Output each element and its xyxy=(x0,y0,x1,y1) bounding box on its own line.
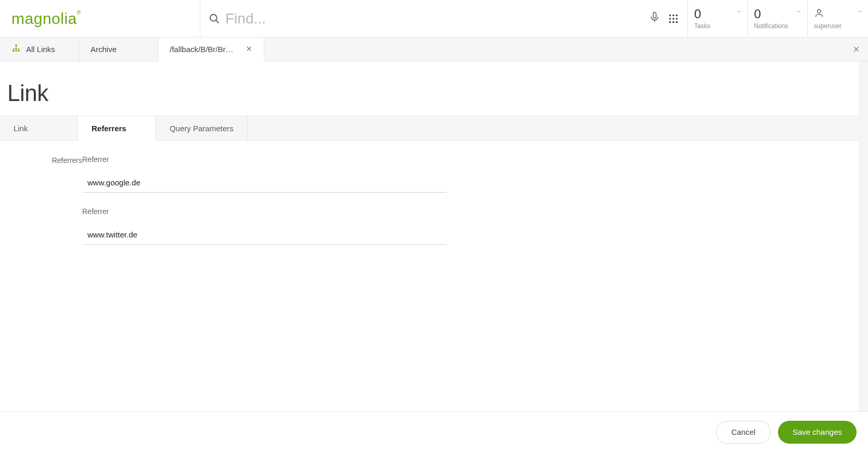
svg-rect-17 xyxy=(18,50,20,52)
referrer-label: Referrer xyxy=(82,155,446,164)
svg-point-9 xyxy=(676,18,678,20)
referrer-field-1: Referrer xyxy=(82,207,446,245)
editor-main: Link Link Referrers Query Parameters Ref… xyxy=(0,61,868,411)
notifications-dropdown[interactable]: 0 Notifications xyxy=(748,0,808,37)
chevron-down-icon xyxy=(796,7,802,17)
app-tabs: All Links Archive /fallback/B/Br/Brok… xyxy=(0,37,868,61)
svg-point-7 xyxy=(669,18,671,20)
referrers-group-label: Referrers xyxy=(45,155,82,259)
apps-grid-icon[interactable] xyxy=(668,13,679,24)
notifications-label: Notifications xyxy=(754,22,801,30)
topbar: magnolia® 0 Tasks 0 Notifi xyxy=(0,0,868,37)
page-title-wrap: Link xyxy=(0,61,859,116)
referrer-input[interactable] xyxy=(82,174,446,193)
svg-point-13 xyxy=(818,9,821,13)
chevron-down-icon xyxy=(857,7,863,17)
user-icon xyxy=(814,8,862,20)
close-icon[interactable] xyxy=(246,45,252,54)
referrers-group: Referrers Referrer Referrer xyxy=(82,155,848,259)
referrer-input[interactable] xyxy=(82,226,446,245)
svg-point-10 xyxy=(669,21,671,23)
tab-spacer xyxy=(264,37,844,61)
cancel-button[interactable]: Cancel xyxy=(716,421,771,444)
svg-point-0 xyxy=(210,14,217,21)
svg-rect-14 xyxy=(16,45,17,46)
close-app-button[interactable] xyxy=(844,37,868,61)
form-tab-referrers-label: Referrers xyxy=(92,124,126,133)
tab-current-item-label: /fallback/B/Br/Brok… xyxy=(170,45,237,54)
editor: Link Link Referrers Query Parameters Ref… xyxy=(0,61,868,452)
tab-current-item[interactable]: /fallback/B/Br/Brok… xyxy=(158,37,264,61)
tab-archive[interactable]: Archive xyxy=(79,37,158,61)
search-bar[interactable] xyxy=(200,0,688,37)
svg-rect-15 xyxy=(12,50,14,52)
form-tab-link[interactable]: Link xyxy=(0,116,78,140)
user-name: superuser xyxy=(814,22,862,30)
referrers-fields: Referrer Referrer xyxy=(82,155,446,259)
tasks-label: Tasks xyxy=(694,22,741,30)
notifications-count: 0 xyxy=(754,8,801,20)
svg-rect-16 xyxy=(16,50,17,52)
svg-point-4 xyxy=(669,14,671,16)
form-area: Referrers Referrer Referrer xyxy=(0,141,859,411)
footer: Cancel Save changes xyxy=(0,411,868,452)
save-button[interactable]: Save changes xyxy=(778,421,857,444)
chevron-down-icon xyxy=(736,7,742,17)
referrer-field-0: Referrer xyxy=(82,155,446,193)
save-button-label: Save changes xyxy=(793,428,842,436)
tasks-count: 0 xyxy=(694,8,741,20)
logo[interactable]: magnolia® xyxy=(0,0,200,37)
logo-text: magnolia® xyxy=(11,10,81,28)
user-menu[interactable]: superuser xyxy=(808,0,868,37)
tab-all-links[interactable]: All Links xyxy=(0,37,79,61)
svg-point-12 xyxy=(676,21,678,23)
page-title: Link xyxy=(7,80,859,106)
svg-point-8 xyxy=(672,18,674,20)
form-tab-query-parameters[interactable]: Query Parameters xyxy=(156,116,248,140)
microphone-icon[interactable] xyxy=(649,11,660,26)
svg-rect-2 xyxy=(653,12,656,18)
svg-point-5 xyxy=(672,14,674,16)
form-tab-query-parameters-label: Query Parameters xyxy=(170,124,234,133)
search-icon xyxy=(209,13,220,24)
cancel-button-label: Cancel xyxy=(731,428,756,436)
tasks-dropdown[interactable]: 0 Tasks xyxy=(688,0,748,37)
form-tab-link-label: Link xyxy=(14,124,28,133)
tab-all-links-label: All Links xyxy=(26,45,55,54)
tab-archive-label: Archive xyxy=(91,45,117,54)
referrer-label: Referrer xyxy=(82,207,446,216)
hierarchy-icon xyxy=(11,44,21,55)
svg-line-1 xyxy=(216,20,219,23)
svg-point-11 xyxy=(672,21,674,23)
form-tab-referrers[interactable]: Referrers xyxy=(78,116,156,141)
svg-point-6 xyxy=(676,14,678,16)
form-tabs: Link Referrers Query Parameters xyxy=(0,116,859,141)
search-input[interactable] xyxy=(225,10,645,27)
